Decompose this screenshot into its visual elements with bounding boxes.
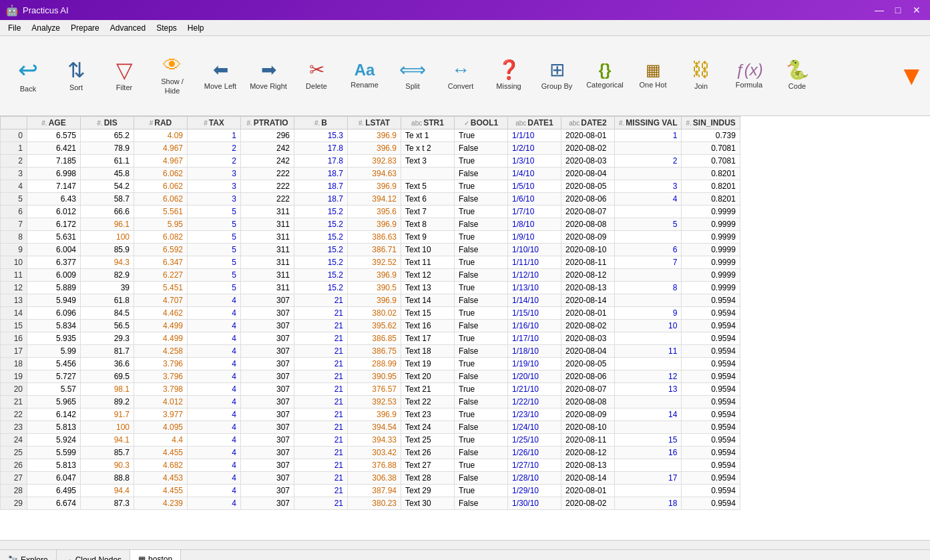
cell-rad: 3.796 [134,358,188,370]
col-age[interactable]: #.AGE [27,117,81,129]
col-missing-val[interactable]: #.MISSING VAL [615,117,682,129]
col-sin-indus[interactable]: #.SIN_INDUS [682,117,740,129]
cell-tax: 4 [188,345,241,358]
cell-dis: 94.4 [81,485,134,497]
grid-container[interactable]: #.AGE #.DIS #RAD #TAX #.PTRATIO #.B #.LS… [0,116,930,540]
formula-button[interactable]: ƒ(x) Formula [726,39,772,113]
cell-tax: 4 [188,294,241,307]
tab-cloud-nodes[interactable]: ☁ Cloud Nodes [57,550,130,560]
delete-button[interactable]: ✂ Delete [294,39,339,113]
cell-tax: 4 [188,358,241,370]
cell-dis: 84.5 [81,307,134,320]
cell-str1: Text 24 [401,421,455,434]
maximize-button[interactable]: □ [890,2,906,18]
cell-str1: Text 16 [401,320,455,332]
cell-str1: Text 23 [401,408,455,421]
cell-age: 5.965 [27,396,81,408]
tab-explore[interactable]: 🔭 Explore [0,550,57,560]
download-arrow[interactable]: ▼ [898,61,925,91]
cell-date2: 2020-08-10 [561,421,615,434]
col-lstat[interactable]: #.LSTAT [348,117,401,129]
row-index: 26 [1,459,27,472]
cell-lstat: 394.33 [348,434,401,447]
column-headers: #.AGE #.DIS #RAD #TAX #.PTRATIO #.B #.LS… [1,117,740,129]
cell-lstat: 386.85 [348,332,401,345]
onehot-button[interactable]: ▦ One Hot [630,39,676,113]
col-tax[interactable]: #TAX [188,117,241,129]
categorical-button[interactable]: {} Categorical [582,39,628,113]
cell-dis: 94.1 [81,434,134,447]
menu-help[interactable]: Help [182,22,210,34]
row-index: 7 [1,218,27,231]
cell-sin_indus: 0.8201 [682,180,740,193]
horizontal-scrollbar[interactable] [0,540,930,549]
cell-tax: 4 [188,408,241,421]
cell-bool1: True [455,408,508,421]
cell-dis: 98.1 [81,383,134,396]
back-label: Back [20,85,36,93]
tab-boston[interactable]: ▦ boston [130,550,181,560]
table-row: 296.67487.34.239430721380.23Text 30False… [1,497,740,510]
cell-missing_val [615,206,682,218]
cell-lstat: 394.63 [348,168,401,180]
cell-rad: 4.967 [134,142,188,155]
menu-prepare[interactable]: Prepare [65,22,105,34]
col-date1[interactable]: abcDATE1 [508,117,561,129]
col-rad[interactable]: #RAD [134,117,188,129]
split-button[interactable]: ⟺ Split [390,39,435,113]
col-ptratio[interactable]: #.PTRATIO [241,117,294,129]
cell-rad: 4.095 [134,421,188,434]
col-str1[interactable]: abcSTR1 [401,117,455,129]
cell-sin_indus: 0.9999 [682,244,740,256]
cell-tax: 4 [188,434,241,447]
cell-missing_val: 17 [615,472,682,485]
col-bool1[interactable]: ✓BOOL1 [455,117,508,129]
moveleft-button[interactable]: ⬅ Move Left [198,39,243,113]
filter-button[interactable]: ▽ Filter [101,39,147,113]
rename-button[interactable]: Aa Rename [342,39,387,113]
cell-bool1: False [455,142,508,155]
menu-advanced[interactable]: Advanced [105,22,151,34]
table-row: 36.99845.86.062322218.7394.63False1/4/10… [1,168,740,180]
app-icon: 🤖 [5,4,19,17]
table-row: 226.14291.73.977430721396.9Text 23True1/… [1,408,740,421]
cell-age: 5.935 [27,332,81,345]
code-button[interactable]: 🐍 Code [774,39,820,113]
convert-button[interactable]: ↔ Convert [438,39,483,113]
menu-analyze[interactable]: Analyze [26,22,65,34]
join-button[interactable]: ⛓ Join [678,39,724,113]
col-date2[interactable]: abcDATE2 [561,117,615,129]
cell-age: 6.004 [27,244,81,256]
moveright-button[interactable]: ➡ Move Right [246,39,291,113]
code-label: Code [788,82,806,91]
cell-ptratio: 307 [241,396,294,408]
cell-b: 21 [294,459,348,472]
cell-ptratio: 296 [241,129,294,142]
cell-lstat: 396.9 [348,142,401,155]
table-row: 146.09684.54.462430721380.02Text 15True1… [1,307,740,320]
showhide-button[interactable]: 👁 Show / Hide [150,39,195,113]
menu-steps[interactable]: Steps [151,22,182,34]
cell-date1: 1/15/10 [508,307,561,320]
col-b[interactable]: #.B [294,117,348,129]
table-row: 66.01266.65.561531115.2395.6Text 7True1/… [1,206,740,218]
data-table: #.AGE #.DIS #RAD #TAX #.PTRATIO #.B #.LS… [0,116,740,510]
cell-bool1: False [455,447,508,459]
cell-lstat: 396.9 [348,408,401,421]
close-button[interactable]: ✕ [909,2,925,18]
cell-age: 5.813 [27,421,81,434]
groupby-button[interactable]: ⊞ Group By [534,39,579,113]
col-dis[interactable]: #.DIS [81,117,134,129]
minimize-button[interactable]: — [871,2,887,18]
back-button[interactable]: ↩ Back [5,39,51,113]
cell-sin_indus: 0.9594 [682,408,740,421]
sort-button[interactable]: ⇅ Sort [53,39,99,113]
onehot-label: One Hot [640,81,667,89]
missing-button[interactable]: ❓ Missing [486,39,531,113]
cell-date1: 1/27/10 [508,459,561,472]
cell-date2: 2020-08-03 [561,332,615,345]
table-row: 185.45636.63.796430721288.99Text 19True1… [1,358,740,370]
menu-file[interactable]: File [3,22,26,34]
cell-date1: 1/7/10 [508,206,561,218]
cell-bool1: True [455,307,508,320]
